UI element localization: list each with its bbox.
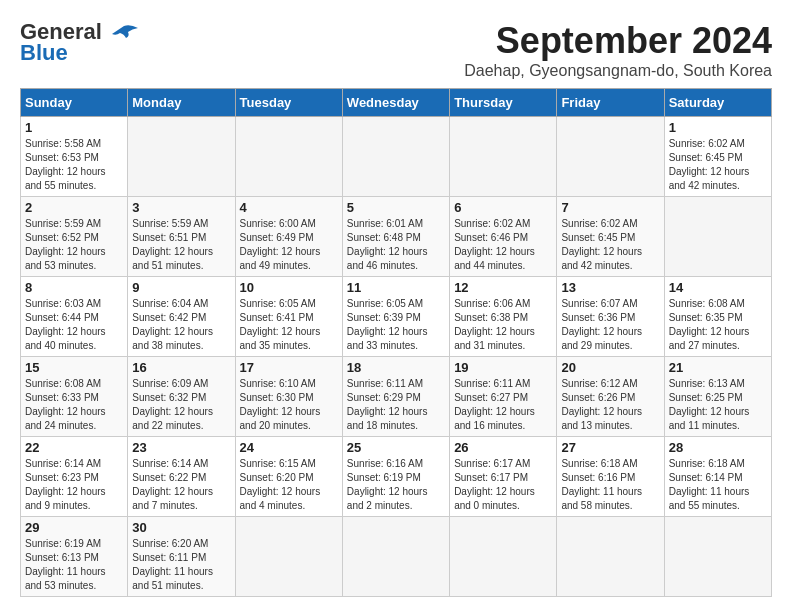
header-friday: Friday — [557, 89, 664, 117]
calendar-week-row: 8Sunrise: 6:03 AMSunset: 6:44 PMDaylight… — [21, 277, 772, 357]
calendar-cell: 14Sunrise: 6:08 AMSunset: 6:35 PMDayligh… — [664, 277, 771, 357]
header-thursday: Thursday — [450, 89, 557, 117]
day-number: 2 — [25, 200, 123, 215]
calendar-cell: 4Sunrise: 6:00 AMSunset: 6:49 PMDaylight… — [235, 197, 342, 277]
cell-info: Sunrise: 6:19 AMSunset: 6:13 PMDaylight:… — [25, 537, 123, 593]
day-number: 6 — [454, 200, 552, 215]
cell-info: Sunrise: 6:14 AMSunset: 6:22 PMDaylight:… — [132, 457, 230, 513]
calendar-cell: 9Sunrise: 6:04 AMSunset: 6:42 PMDaylight… — [128, 277, 235, 357]
calendar-cell: 30Sunrise: 6:20 AMSunset: 6:11 PMDayligh… — [128, 517, 235, 597]
cell-info: Sunrise: 6:10 AMSunset: 6:30 PMDaylight:… — [240, 377, 338, 433]
header-saturday: Saturday — [664, 89, 771, 117]
calendar-cell: 27Sunrise: 6:18 AMSunset: 6:16 PMDayligh… — [557, 437, 664, 517]
cell-info: Sunrise: 6:18 AMSunset: 6:14 PMDaylight:… — [669, 457, 767, 513]
day-number: 21 — [669, 360, 767, 375]
cell-info: Sunrise: 6:00 AMSunset: 6:49 PMDaylight:… — [240, 217, 338, 273]
cell-info: Sunrise: 5:59 AMSunset: 6:51 PMDaylight:… — [132, 217, 230, 273]
calendar-cell: 12Sunrise: 6:06 AMSunset: 6:38 PMDayligh… — [450, 277, 557, 357]
calendar-week-row: 1Sunrise: 5:58 AMSunset: 6:53 PMDaylight… — [21, 117, 772, 197]
day-number: 1 — [25, 120, 123, 135]
day-number: 20 — [561, 360, 659, 375]
calendar-week-row: 29Sunrise: 6:19 AMSunset: 6:13 PMDayligh… — [21, 517, 772, 597]
calendar-cell: 8Sunrise: 6:03 AMSunset: 6:44 PMDaylight… — [21, 277, 128, 357]
calendar-cell: 1Sunrise: 6:02 AMSunset: 6:45 PMDaylight… — [664, 117, 771, 197]
calendar-cell: 6Sunrise: 6:02 AMSunset: 6:46 PMDaylight… — [450, 197, 557, 277]
cell-info: Sunrise: 6:12 AMSunset: 6:26 PMDaylight:… — [561, 377, 659, 433]
day-number: 8 — [25, 280, 123, 295]
calendar-cell: 28Sunrise: 6:18 AMSunset: 6:14 PMDayligh… — [664, 437, 771, 517]
day-number: 9 — [132, 280, 230, 295]
cell-info: Sunrise: 6:04 AMSunset: 6:42 PMDaylight:… — [132, 297, 230, 353]
day-number: 27 — [561, 440, 659, 455]
cell-info: Sunrise: 6:08 AMSunset: 6:35 PMDaylight:… — [669, 297, 767, 353]
calendar-cell — [128, 117, 235, 197]
calendar-cell: 3Sunrise: 5:59 AMSunset: 6:51 PMDaylight… — [128, 197, 235, 277]
calendar-cell: 16Sunrise: 6:09 AMSunset: 6:32 PMDayligh… — [128, 357, 235, 437]
calendar-cell: 22Sunrise: 6:14 AMSunset: 6:23 PMDayligh… — [21, 437, 128, 517]
calendar-cell: 23Sunrise: 6:14 AMSunset: 6:22 PMDayligh… — [128, 437, 235, 517]
cell-info: Sunrise: 6:14 AMSunset: 6:23 PMDaylight:… — [25, 457, 123, 513]
calendar-cell: 26Sunrise: 6:17 AMSunset: 6:17 PMDayligh… — [450, 437, 557, 517]
cell-info: Sunrise: 6:11 AMSunset: 6:27 PMDaylight:… — [454, 377, 552, 433]
calendar-cell: 13Sunrise: 6:07 AMSunset: 6:36 PMDayligh… — [557, 277, 664, 357]
calendar-cell — [450, 517, 557, 597]
day-number: 12 — [454, 280, 552, 295]
cell-info: Sunrise: 6:13 AMSunset: 6:25 PMDaylight:… — [669, 377, 767, 433]
calendar-cell — [557, 117, 664, 197]
location-title: Daehap, Gyeongsangnam-do, South Korea — [464, 62, 772, 80]
day-number: 5 — [347, 200, 445, 215]
calendar-cell: 29Sunrise: 6:19 AMSunset: 6:13 PMDayligh… — [21, 517, 128, 597]
calendar-week-row: 15Sunrise: 6:08 AMSunset: 6:33 PMDayligh… — [21, 357, 772, 437]
cell-info: Sunrise: 6:05 AMSunset: 6:41 PMDaylight:… — [240, 297, 338, 353]
day-number: 22 — [25, 440, 123, 455]
calendar-cell — [557, 517, 664, 597]
day-number: 11 — [347, 280, 445, 295]
calendar-cell: 10Sunrise: 6:05 AMSunset: 6:41 PMDayligh… — [235, 277, 342, 357]
day-number: 7 — [561, 200, 659, 215]
calendar-cell — [342, 117, 449, 197]
header-wednesday: Wednesday — [342, 89, 449, 117]
calendar-cell — [664, 517, 771, 597]
header-monday: Monday — [128, 89, 235, 117]
cell-info: Sunrise: 6:15 AMSunset: 6:20 PMDaylight:… — [240, 457, 338, 513]
cell-info: Sunrise: 6:02 AMSunset: 6:45 PMDaylight:… — [561, 217, 659, 273]
day-number: 29 — [25, 520, 123, 535]
calendar-week-row: 2Sunrise: 5:59 AMSunset: 6:52 PMDaylight… — [21, 197, 772, 277]
calendar-header-row: SundayMondayTuesdayWednesdayThursdayFrid… — [21, 89, 772, 117]
calendar-cell — [664, 197, 771, 277]
cell-info: Sunrise: 6:05 AMSunset: 6:39 PMDaylight:… — [347, 297, 445, 353]
calendar-cell: 18Sunrise: 6:11 AMSunset: 6:29 PMDayligh… — [342, 357, 449, 437]
calendar-cell: 7Sunrise: 6:02 AMSunset: 6:45 PMDaylight… — [557, 197, 664, 277]
cell-info: Sunrise: 6:20 AMSunset: 6:11 PMDaylight:… — [132, 537, 230, 593]
day-number: 14 — [669, 280, 767, 295]
cell-info: Sunrise: 6:02 AMSunset: 6:46 PMDaylight:… — [454, 217, 552, 273]
month-title: September 2024 — [464, 20, 772, 62]
cell-info: Sunrise: 6:03 AMSunset: 6:44 PMDaylight:… — [25, 297, 123, 353]
day-number: 28 — [669, 440, 767, 455]
day-number: 23 — [132, 440, 230, 455]
calendar-cell — [235, 517, 342, 597]
title-area: September 2024 Daehap, Gyeongsangnam-do,… — [464, 20, 772, 80]
logo-blue-text: Blue — [20, 40, 68, 66]
calendar-week-row: 22Sunrise: 6:14 AMSunset: 6:23 PMDayligh… — [21, 437, 772, 517]
cell-info: Sunrise: 6:11 AMSunset: 6:29 PMDaylight:… — [347, 377, 445, 433]
cell-info: Sunrise: 6:08 AMSunset: 6:33 PMDaylight:… — [25, 377, 123, 433]
cell-info: Sunrise: 6:17 AMSunset: 6:17 PMDaylight:… — [454, 457, 552, 513]
header-tuesday: Tuesday — [235, 89, 342, 117]
day-number: 26 — [454, 440, 552, 455]
day-number: 30 — [132, 520, 230, 535]
day-number: 3 — [132, 200, 230, 215]
cell-info: Sunrise: 6:16 AMSunset: 6:19 PMDaylight:… — [347, 457, 445, 513]
calendar-cell: 11Sunrise: 6:05 AMSunset: 6:39 PMDayligh… — [342, 277, 449, 357]
calendar-cell: 25Sunrise: 6:16 AMSunset: 6:19 PMDayligh… — [342, 437, 449, 517]
day-number: 25 — [347, 440, 445, 455]
day-number: 13 — [561, 280, 659, 295]
calendar-cell: 15Sunrise: 6:08 AMSunset: 6:33 PMDayligh… — [21, 357, 128, 437]
cell-info: Sunrise: 6:09 AMSunset: 6:32 PMDaylight:… — [132, 377, 230, 433]
cell-info: Sunrise: 5:58 AMSunset: 6:53 PMDaylight:… — [25, 137, 123, 193]
calendar-cell — [450, 117, 557, 197]
calendar-table: SundayMondayTuesdayWednesdayThursdayFrid… — [20, 88, 772, 597]
calendar-cell — [235, 117, 342, 197]
calendar-cell — [342, 517, 449, 597]
day-number: 24 — [240, 440, 338, 455]
